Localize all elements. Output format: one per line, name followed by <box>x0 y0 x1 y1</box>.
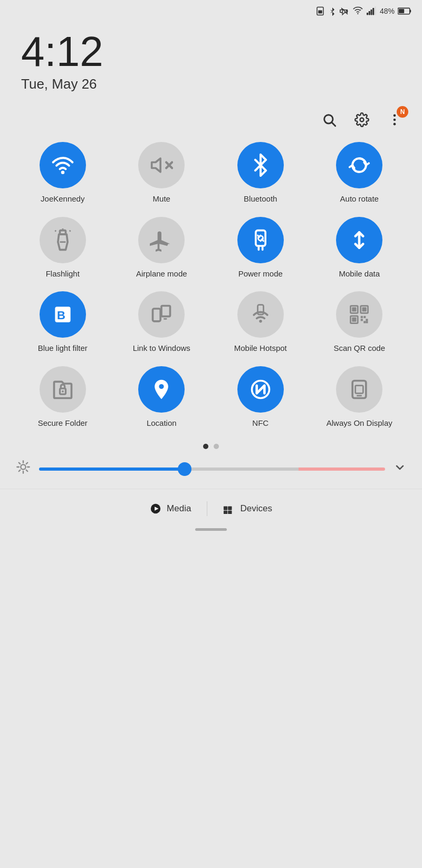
bluelight-tile-icon: B <box>40 291 86 338</box>
hotspot-tile[interactable]: Mobile Hotspot <box>214 291 308 354</box>
svg-point-18 <box>394 123 396 126</box>
svg-rect-29 <box>256 230 265 245</box>
svg-point-52 <box>62 390 64 392</box>
quick-settings-grid: JoeKennedy Mute Bluetooth <box>0 137 422 433</box>
bluetooth-tile-label: Bluetooth <box>244 194 277 204</box>
alwayson-icon <box>348 378 371 401</box>
location-tile[interactable]: Location <box>115 366 209 428</box>
page-dot-1[interactable] <box>203 444 208 449</box>
svg-point-15 <box>360 118 364 122</box>
nfc-icon <box>249 378 272 401</box>
svg-rect-7 <box>370 9 372 15</box>
svg-line-65 <box>19 470 21 472</box>
svg-point-53 <box>159 384 164 388</box>
status-bar: + 48% <box>0 0 422 20</box>
location-tile-label: Location <box>147 418 177 428</box>
hotspot-tile-icon <box>237 291 284 338</box>
page-dot-2[interactable] <box>214 444 219 449</box>
svg-rect-33 <box>153 309 161 321</box>
autorotate-icon <box>348 154 371 177</box>
brightness-row <box>0 454 422 483</box>
flashlight-tile-icon <box>40 217 86 263</box>
powermode-icon <box>249 228 272 252</box>
mobiledata-tile-icon <box>336 217 382 263</box>
svg-rect-6 <box>369 11 370 15</box>
autorotate-tile-icon <box>336 142 382 188</box>
svg-point-3 <box>357 13 358 14</box>
wifi-tile-icon <box>40 142 86 188</box>
linkwindows-tile-icon <box>138 291 185 338</box>
autorotate-tile[interactable]: Auto rotate <box>313 142 407 204</box>
scanqr-tile-label: Scan QR code <box>333 343 385 354</box>
hotspot-tile-label: Mobile Hotspot <box>234 343 287 354</box>
powermode-tile-icon <box>237 217 284 263</box>
devices-icon <box>223 503 235 514</box>
bluelight-tile-label: Blue light filter <box>38 343 88 354</box>
slider-track <box>39 468 385 471</box>
svg-line-66 <box>26 463 28 464</box>
svg-text:+: + <box>360 8 362 11</box>
signal-icon <box>366 6 377 16</box>
svg-point-58 <box>21 464 25 469</box>
wifi-status-icon: + <box>352 6 363 16</box>
mobiledata-icon <box>348 228 371 252</box>
svg-point-17 <box>394 119 396 121</box>
bluelight-tile[interactable]: B Blue light filter <box>16 291 110 354</box>
search-icon <box>322 112 337 127</box>
svg-rect-40 <box>352 307 357 311</box>
sun-icon <box>16 460 31 474</box>
battery-icon <box>398 7 411 15</box>
svg-text:B: B <box>57 309 65 322</box>
airplane-icon <box>150 228 173 252</box>
bluetooth-icon <box>249 154 272 177</box>
flashlight-tile[interactable]: Flashlight <box>16 217 110 279</box>
home-indicator[interactable] <box>195 528 227 531</box>
linkwindows-icon <box>150 303 173 326</box>
location-icon <box>150 378 173 401</box>
svg-rect-69 <box>224 506 227 510</box>
wifi-icon <box>51 154 74 177</box>
more-options-button[interactable]: N <box>383 108 406 131</box>
airplane-tile[interactable]: Airplane mode <box>115 217 209 279</box>
bluetooth-tile[interactable]: Bluetooth <box>214 142 308 204</box>
svg-rect-47 <box>361 319 363 321</box>
powermode-tile[interactable]: Power mode <box>214 217 308 279</box>
svg-rect-44 <box>352 318 357 322</box>
svg-point-19 <box>61 170 64 174</box>
nfc-tile-icon <box>237 366 284 413</box>
svg-line-27 <box>55 230 56 231</box>
linkwindows-tile[interactable]: Link to Windows <box>115 291 209 354</box>
brightness-slider[interactable] <box>39 468 385 471</box>
bluetooth-tile-icon <box>237 142 284 188</box>
slider-thumb[interactable] <box>178 462 191 476</box>
mute-tile[interactable]: Mute <box>115 142 209 204</box>
scanqr-icon <box>348 303 371 326</box>
settings-button[interactable] <box>350 108 373 131</box>
svg-rect-49 <box>364 321 366 323</box>
brightness-expand-button[interactable] <box>394 461 406 477</box>
search-button[interactable] <box>318 108 341 131</box>
nfc-tile[interactable]: NFC <box>214 366 308 428</box>
wifi-tile-label: JoeKennedy <box>41 194 84 204</box>
sim-icon <box>315 6 325 16</box>
scanqr-tile[interactable]: Scan QR code <box>313 291 407 354</box>
svg-rect-70 <box>228 506 232 510</box>
alwayson-tile[interactable]: Always On Display <box>313 366 407 428</box>
mobiledata-tile[interactable]: Mobile data <box>313 217 407 279</box>
svg-rect-45 <box>361 316 363 318</box>
alwayson-tile-label: Always On Display <box>327 418 392 428</box>
airplane-tile-icon <box>138 217 185 263</box>
media-button[interactable]: Media <box>134 499 207 519</box>
securefolder-tile[interactable]: Secure Folder <box>16 366 110 428</box>
svg-rect-8 <box>372 8 374 15</box>
devices-button[interactable]: Devices <box>207 499 287 519</box>
wifi-tile[interactable]: JoeKennedy <box>16 142 110 204</box>
scanqr-tile-icon <box>336 291 382 338</box>
chevron-down-icon <box>394 461 406 474</box>
devices-label: Devices <box>240 503 272 514</box>
svg-marker-20 <box>152 158 161 172</box>
svg-rect-71 <box>224 511 227 514</box>
media-play-icon <box>150 503 161 514</box>
svg-rect-34 <box>161 306 170 317</box>
flashlight-icon <box>51 228 74 252</box>
